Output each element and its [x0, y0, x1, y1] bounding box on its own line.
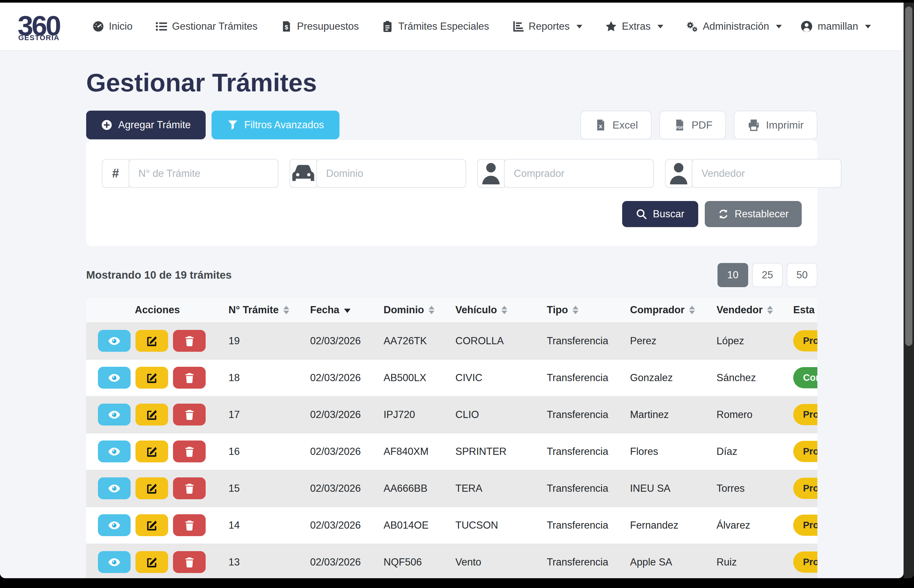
page-size-25-button[interactable]: 25: [752, 263, 783, 287]
cell-estado: Proc: [791, 544, 817, 578]
edit-button[interactable]: [136, 441, 168, 462]
search-button[interactable]: Buscar: [622, 201, 698, 227]
eye-icon: [108, 519, 121, 532]
view-button[interactable]: [98, 551, 131, 573]
user-menu[interactable]: mamillan: [801, 20, 871, 32]
cell-estado: Proc: [791, 507, 817, 544]
window-scrollbar-thumb[interactable]: [905, 6, 912, 346]
plus-circle-icon: [101, 120, 112, 131]
cell-vehiculo: CLIO: [453, 396, 545, 433]
chevron-down-icon: [657, 25, 663, 28]
edit-button[interactable]: [136, 330, 168, 352]
column-label: Esta: [793, 304, 814, 316]
sort-icon: [501, 306, 507, 314]
nav-item-label: Presupuestos: [297, 21, 359, 32]
nav-item-reportes[interactable]: Reportes: [512, 21, 582, 32]
dominio-input[interactable]: [316, 159, 466, 188]
eye-icon: [108, 372, 121, 384]
cell-comprador: Perez: [628, 322, 715, 359]
nav-item-tramites-especiales[interactable]: Trámites Especiales: [382, 21, 489, 32]
chevron-down-icon: [776, 25, 782, 28]
trash-icon: [184, 336, 195, 346]
delete-button[interactable]: [173, 514, 205, 536]
brand-logo[interactable]: 360 GESTORIA: [18, 11, 60, 42]
toolbar: Agregar Trámite Filtros Avanzados xExcel…: [86, 111, 817, 139]
cell-estado: Proc: [791, 470, 817, 507]
view-button[interactable]: [98, 330, 131, 352]
reset-button[interactable]: Restablecer: [705, 201, 802, 227]
nav-item-administracion[interactable]: Administración: [686, 21, 782, 32]
vendedor-input[interactable]: [692, 159, 841, 188]
table-row-tramite-16: 1602/03/2026AF840XMSPRINTERTransferencia…: [86, 433, 817, 470]
view-button[interactable]: [98, 514, 131, 536]
pdf-export-button[interactable]: PDFPDF: [659, 111, 726, 139]
pen-icon: [146, 336, 157, 347]
car-icon: [290, 159, 317, 188]
column-header-tipo[interactable]: Tipo: [545, 297, 628, 322]
status-badge: Proc: [793, 478, 817, 499]
table-body: 1902/03/2026AA726TKCOROLLATransferenciaP…: [86, 322, 817, 578]
chevron-down-icon: [865, 25, 871, 28]
cell-estado: Proc: [791, 396, 817, 433]
edit-button[interactable]: [136, 367, 168, 389]
advanced-filters-button[interactable]: Filtros Avanzados: [212, 111, 340, 139]
delete-button[interactable]: [173, 367, 205, 389]
table-row-tramite-13: 1302/03/2026NQF506VentoTransferenciaAppl…: [86, 544, 817, 578]
view-button[interactable]: [98, 441, 131, 462]
nav-item-extras[interactable]: Extras: [605, 21, 663, 32]
edit-button[interactable]: [136, 551, 168, 573]
nav-item-inicio[interactable]: Inicio: [92, 21, 133, 32]
pen-icon: [146, 520, 157, 531]
column-header-comprador[interactable]: Comprador: [628, 297, 715, 322]
numero-tramite-input[interactable]: [129, 159, 278, 188]
nav-item-label: Gestionar Trámites: [172, 21, 257, 32]
column-label: Tipo: [547, 304, 568, 316]
comprador-input[interactable]: [504, 159, 654, 188]
column-header-vendedor[interactable]: Vendedor: [715, 297, 791, 322]
trash-icon: [184, 520, 195, 531]
edit-button[interactable]: [136, 514, 168, 536]
delete-button[interactable]: [173, 551, 205, 573]
delete-button[interactable]: [173, 330, 205, 352]
cell-numero: 13: [226, 544, 308, 578]
cell-vendedor: Ruiz: [715, 544, 791, 578]
imprimir-export-button[interactable]: Imprimir: [734, 111, 817, 139]
delete-button[interactable]: [173, 404, 205, 425]
page-size-10-button[interactable]: 10: [718, 263, 748, 287]
excel-export-button[interactable]: xExcel: [581, 111, 652, 139]
cell-tipo: Transferencia: [545, 470, 628, 507]
edit-button[interactable]: [136, 404, 168, 425]
table-header-row: AccionesN° TrámiteFechaDominioVehículoTi…: [86, 297, 817, 322]
trash-icon: [184, 483, 195, 494]
hash-icon: #: [102, 159, 129, 188]
view-button[interactable]: [98, 367, 131, 389]
delete-button[interactable]: [173, 477, 205, 499]
cell-vehiculo: SPRINTER: [453, 433, 545, 470]
filter-inputs-row: #: [102, 159, 802, 188]
cell-estado: Proc: [791, 433, 817, 470]
nav-item-gestionar-tramites[interactable]: Gestionar Trámites: [155, 21, 257, 32]
nav-item-presupuestos[interactable]: $Presupuestos: [280, 21, 359, 32]
status-badge: Proc: [793, 551, 817, 573]
column-header-n-tramite[interactable]: N° Trámite: [226, 297, 308, 322]
add-tramite-button[interactable]: Agregar Trámite: [86, 111, 205, 139]
sort-icon: [689, 306, 695, 314]
page-size-50-button[interactable]: 50: [787, 263, 817, 287]
filters-card: # Buscar Restablecer: [86, 140, 817, 246]
column-header-vehiculo[interactable]: Vehículo: [453, 297, 545, 322]
pen-icon: [146, 446, 157, 457]
vendedor-input-group: [665, 159, 841, 188]
column-header-fecha[interactable]: Fecha: [308, 297, 382, 322]
eye-icon: [108, 445, 121, 458]
view-button[interactable]: [98, 404, 131, 425]
cell-dominio: NQF506: [382, 544, 453, 578]
user-icon: [801, 20, 813, 32]
edit-button[interactable]: [136, 477, 168, 499]
column-header-dominio[interactable]: Dominio: [382, 297, 453, 322]
cell-numero: 14: [226, 507, 308, 544]
cell-comprador: Gonzalez: [628, 359, 715, 396]
view-button[interactable]: [98, 477, 131, 499]
delete-button[interactable]: [173, 441, 205, 462]
gauge-icon: [92, 21, 104, 32]
table-row-tramite-18: 1802/03/2026AB500LXCIVICTransferenciaGon…: [86, 359, 817, 396]
